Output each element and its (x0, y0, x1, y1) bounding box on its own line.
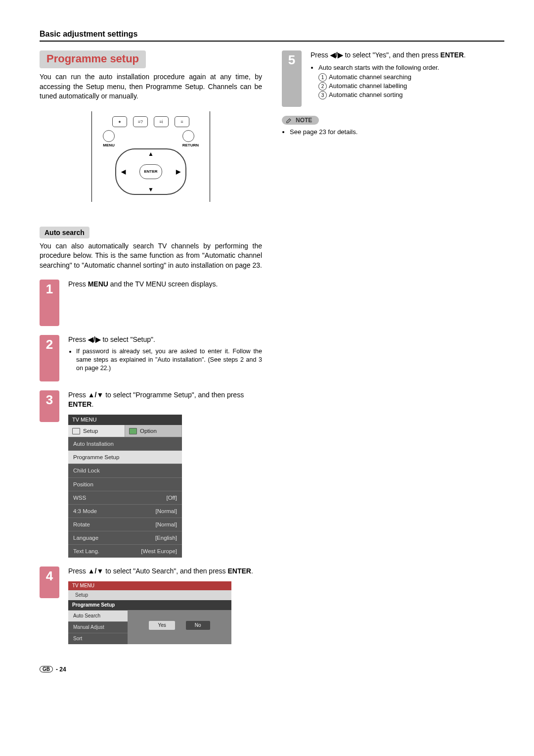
menu-item: WSS[Off] (68, 491, 182, 504)
dpad-icon: ▲ ▼ ◀ ▶ ENTER (115, 148, 186, 195)
return-button-icon (182, 130, 194, 142)
menu-item-label: Text Lang. (73, 547, 99, 555)
tv-menu2-tab-setup: Setup (75, 592, 88, 599)
dpad-up-icon: ▲ (148, 150, 154, 157)
page-footer: GB - 24 (40, 666, 504, 673)
step2-text-b: to select "Setup". (101, 335, 155, 343)
menu-item-label: Programme Setup (73, 453, 119, 461)
step-body-3: Press ▲/▼ to select "Programme Setup", a… (68, 390, 262, 558)
step5-sub3: Automatic channel sorting (329, 91, 403, 98)
left-right-arrows-icon: ◀/▶ (88, 335, 101, 343)
menu-item-value: [Normal] (156, 520, 177, 528)
tv-menu2-header: TV MENU (68, 581, 231, 590)
intro-text: You can run the auto installation proced… (40, 72, 262, 101)
note-pill: NOTE (282, 116, 319, 125)
menu-item: Rotate[Normal] (68, 518, 182, 531)
step3-text-c: . (91, 400, 93, 408)
menu-item: 4:3 Mode[Normal] (68, 504, 182, 518)
up-down-arrows-icon: ▲/▼ (88, 391, 104, 399)
step5-bullet-lead-text: Auto search starts with the following or… (318, 64, 439, 71)
step-body-4: Press ▲/▼ to select "Auto Search", and t… (68, 567, 262, 644)
menu-item-value: [West Europe] (141, 547, 177, 555)
left-right-arrows-icon: ◀/▶ (330, 51, 343, 59)
step5-text-a: Press (311, 51, 330, 59)
circled-3-icon: 3 (318, 91, 327, 99)
setup-tab-icon (72, 428, 80, 434)
up-down-arrows-icon: ▲/▼ (88, 567, 104, 575)
step2-bullet: If password is already set, you are aske… (76, 347, 262, 373)
tv-menu2-crumb: Programme Setup (68, 600, 231, 610)
tab-setup-label: Setup (83, 427, 98, 435)
step4-text-c: . (251, 567, 253, 575)
menu-item-label: Language (73, 534, 98, 542)
no-button: No (186, 621, 210, 630)
menu-item: Text Lang.[West Europe] (68, 544, 182, 558)
menu-item-label: 4:3 Mode (73, 507, 97, 515)
step5-sub2: Automatic channel labelling (329, 82, 407, 90)
menu-item-value: [Normal] (156, 507, 177, 515)
remote-btn-rec: ● (112, 116, 127, 127)
menu-item-label: Child Lock (73, 467, 100, 474)
yes-button: Yes (149, 621, 175, 630)
step4-text-a: Press (68, 567, 88, 575)
tv-menu2-screenshot: TV MENU Setup Programme Setup Auto Searc… (68, 581, 231, 644)
tv-menu2-tabs: Setup (68, 590, 231, 600)
step5-bullet-lead: Auto search starts with the following or… (318, 63, 504, 100)
step4-text-b: to select "Auto Search", and then press (103, 567, 227, 575)
step4-enter: ENTER (228, 567, 251, 575)
tab-option-label: Option (140, 427, 157, 435)
tv-menu-header: TV MENU (68, 415, 182, 425)
menu-item: Auto Installation (68, 437, 182, 450)
step-body-1: Press MENU and the TV MENU screen displa… (68, 280, 262, 326)
step5-sub1: Automatic channel searching (329, 73, 411, 81)
menu-item: Programme Setup (68, 450, 182, 464)
menu-item-label: Rotate (73, 520, 90, 528)
step3-text-a: Press (68, 391, 88, 399)
footer-page-number: - 24 (56, 666, 66, 673)
footer-gb: GB (40, 666, 53, 672)
menu-item: Language[English] (68, 531, 182, 544)
section-header: Basic adjustment settings (40, 30, 504, 42)
tab-setup: Setup (68, 425, 125, 437)
submenu-item: Auto Search (68, 610, 128, 621)
step-number-4: 4 (40, 567, 59, 598)
dpad-down-icon: ▼ (148, 186, 154, 193)
submenu-item: Sort (68, 633, 128, 644)
option-tab-icon (129, 428, 137, 434)
remote-btn-list: ≡ (175, 116, 189, 127)
step5-enter: ENTER (441, 51, 464, 59)
step2-text-a: Press (68, 335, 88, 343)
step3-enter: ENTER (68, 400, 91, 408)
step5-text-b: to select "Yes", and then press (343, 51, 441, 59)
menu-item: Child Lock (68, 464, 182, 477)
auto-search-intro: You can also automatically search TV cha… (40, 241, 262, 271)
menu-item-value: [English] (155, 534, 177, 542)
dpad-left-icon: ◀ (121, 168, 126, 175)
dpad-right-icon: ▶ (176, 168, 180, 175)
menu-label: MENU (103, 143, 115, 147)
remote-btn-info: ≡i (154, 116, 169, 127)
submenu-item: Manual Adjust (68, 621, 128, 633)
note-text: See page 23 for details. (290, 128, 504, 136)
auto-search-heading: Auto search (40, 227, 89, 238)
enter-button: ENTER (139, 164, 162, 179)
menu-item-label: Position (73, 480, 93, 488)
step-body-2: Press ◀/▶ to select "Setup". If password… (68, 335, 262, 381)
menu-item-label: WSS (73, 494, 86, 502)
step1-text-b: and the TV MENU screen displays. (108, 280, 218, 288)
return-label: RETURN (182, 143, 199, 147)
tv-menu-screenshot: TV MENU Setup Option Auto InstallationPr… (68, 415, 182, 558)
step1-menu: MENU (88, 280, 108, 288)
step5-text-c: . (464, 51, 466, 59)
step-number-3: 3 (40, 390, 59, 422)
step-number-5: 5 (282, 50, 302, 107)
menu-button-icon (103, 130, 115, 142)
menu-item: Position (68, 477, 182, 491)
remote-illustration: ● ≡? ≡i ≡ MENU RETURN ▲ (91, 111, 210, 202)
note-pencil-icon (286, 117, 293, 124)
tab-option: Option (125, 425, 182, 437)
step1-text-a: Press (68, 280, 88, 288)
page-title: Programme setup (40, 50, 146, 68)
step-number-2: 2 (40, 335, 59, 381)
circled-2-icon: 2 (318, 82, 327, 91)
